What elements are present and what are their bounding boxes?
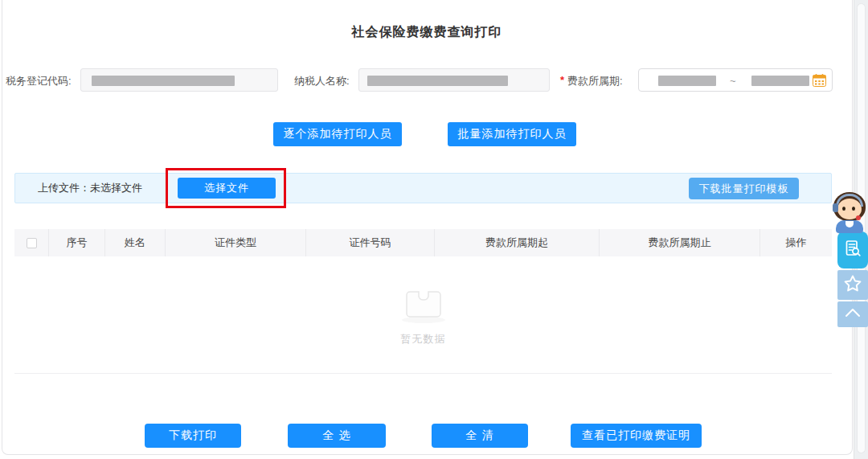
select-all-header-cell bbox=[14, 229, 48, 256]
empty-state-text: 暂无数据 bbox=[401, 332, 446, 346]
social-insurance-print-page: 社会保险费缴费查询打印 税务登记代码: 纳税人名称: * 费款所属期: ~ bbox=[0, 0, 868, 459]
customer-service-avatar[interactable] bbox=[831, 191, 868, 235]
empty-box-icon bbox=[397, 284, 450, 327]
table-empty-body: 暂无数据 bbox=[14, 256, 832, 374]
col-header-period-end: 费款所属期止 bbox=[599, 229, 760, 256]
star-icon bbox=[842, 273, 863, 297]
favorite-sidebar-button[interactable] bbox=[837, 270, 868, 300]
col-header-id-type: 证件类型 bbox=[165, 229, 305, 256]
upload-file-bar: 上传文件：未选择文件 选择文件 下载批量打印模板 bbox=[14, 173, 832, 203]
table-header-row: 序号 姓名 证件类型 证件号码 费款所属期起 费款所属期止 操作 bbox=[14, 229, 832, 256]
col-header-period-start: 费款所属期起 bbox=[434, 229, 599, 256]
view-printed-certificates-button[interactable]: 查看已打印缴费证明 bbox=[571, 424, 702, 448]
headset-mic-icon bbox=[856, 215, 861, 220]
download-print-button[interactable]: 下载打印 bbox=[145, 424, 241, 448]
calendar-icon[interactable] bbox=[813, 74, 826, 87]
select-all-checkbox[interactable] bbox=[27, 238, 37, 248]
fee-period-range-input[interactable]: ~ bbox=[638, 68, 833, 92]
download-template-button[interactable]: 下载批量打印模板 bbox=[689, 178, 799, 199]
chevron-up-icon bbox=[843, 305, 862, 324]
taxpayer-name-input[interactable] bbox=[358, 68, 550, 92]
fee-period-label: 费款所属期: bbox=[567, 74, 623, 88]
tax-code-label: 税务登记代码: bbox=[6, 74, 72, 88]
add-single-person-button[interactable]: 逐个添加待打印人员 bbox=[273, 122, 402, 146]
redacted-value bbox=[751, 76, 809, 86]
col-header-index: 序号 bbox=[48, 229, 104, 256]
taxpayer-name-label: 纳税人名称: bbox=[294, 74, 350, 88]
redacted-value bbox=[367, 76, 508, 86]
page-title: 社会保险费缴费查询打印 bbox=[0, 24, 854, 41]
redacted-value bbox=[92, 76, 235, 86]
print-person-table: 序号 姓名 证件类型 证件号码 费款所属期起 费款所属期止 操作 暂无数据 bbox=[14, 229, 832, 374]
required-mark: * bbox=[560, 74, 564, 86]
redacted-value bbox=[658, 76, 716, 86]
document-search-sidebar-button[interactable] bbox=[837, 232, 868, 268]
back-to-top-sidebar-button[interactable] bbox=[837, 301, 868, 327]
document-search-icon bbox=[843, 239, 862, 261]
select-all-button[interactable]: 全 选 bbox=[288, 424, 386, 448]
upload-file-label: 上传文件：未选择文件 bbox=[38, 174, 142, 203]
headset-earpiece-icon bbox=[833, 203, 838, 212]
col-header-name: 姓名 bbox=[104, 229, 165, 256]
range-separator: ~ bbox=[730, 75, 736, 87]
tax-code-input[interactable] bbox=[80, 68, 278, 92]
clear-all-button[interactable]: 全 清 bbox=[432, 424, 528, 448]
col-header-operation: 操作 bbox=[760, 229, 832, 256]
choose-file-button[interactable]: 选择文件 bbox=[178, 178, 276, 199]
col-header-id-number: 证件号码 bbox=[305, 229, 434, 256]
add-batch-person-button[interactable]: 批量添加待打印人员 bbox=[448, 122, 576, 146]
